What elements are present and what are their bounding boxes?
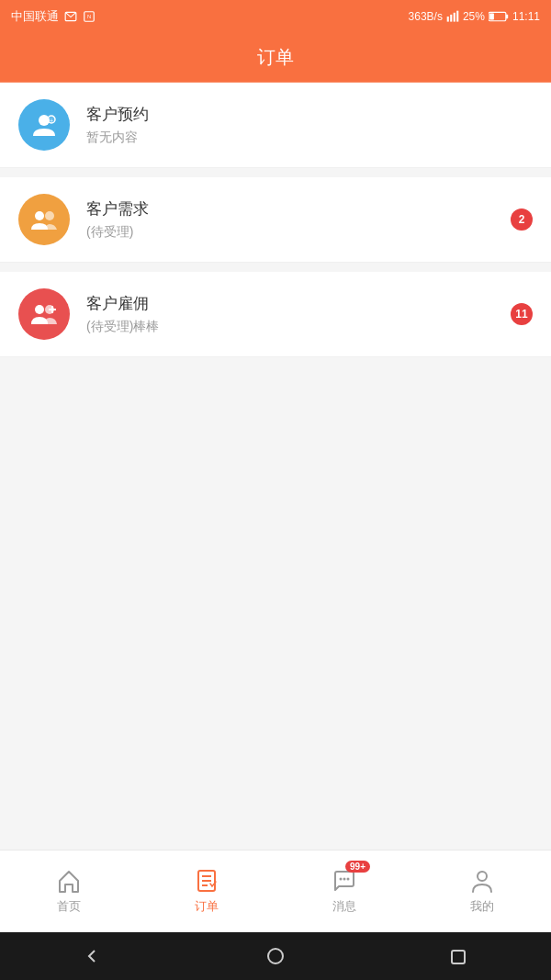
divider-2 bbox=[0, 263, 551, 272]
status-right: 363B/s 25% 11:11 bbox=[409, 10, 540, 23]
svg-point-25 bbox=[347, 878, 350, 881]
hire-badge: 11 bbox=[511, 303, 533, 325]
demand-badge: 2 bbox=[511, 208, 533, 231]
android-bar bbox=[0, 932, 551, 980]
demand-title: 客户需求 bbox=[86, 198, 533, 220]
order-icon-wrap bbox=[194, 868, 219, 894]
home-icon bbox=[56, 868, 82, 894]
list-item-demand[interactable]: 客户需求 (待受理) 2 bbox=[0, 177, 551, 263]
svg-point-14 bbox=[45, 211, 54, 220]
message-nav-icon-wrap: 99+ bbox=[332, 868, 357, 894]
status-left: 中国联通 N bbox=[11, 8, 96, 25]
list-item-reservation[interactable]: + 客户预约 暂无内容 bbox=[0, 83, 551, 168]
reservation-icon-wrap: + bbox=[18, 99, 70, 151]
hire-icon bbox=[29, 299, 59, 329]
carrier-text: 中国联通 bbox=[11, 8, 59, 25]
demand-icon bbox=[29, 205, 59, 234]
message-icon bbox=[64, 10, 77, 23]
demand-icon-wrap bbox=[18, 194, 70, 245]
time-text: 11:11 bbox=[512, 10, 540, 23]
nav-item-message[interactable]: 99+ 消息 bbox=[276, 850, 413, 932]
hire-icon-wrap bbox=[18, 288, 70, 340]
home-button[interactable] bbox=[264, 945, 287, 967]
home-label: 首页 bbox=[57, 898, 81, 915]
main-content: + 客户预约 暂无内容 客户需求 (待受理) 2 bbox=[0, 83, 551, 850]
svg-rect-4 bbox=[450, 15, 452, 22]
svg-point-26 bbox=[478, 872, 487, 881]
demand-text: 客户需求 (待受理) bbox=[86, 198, 533, 241]
home-icon-wrap bbox=[56, 868, 82, 894]
nav-item-home[interactable]: 首页 bbox=[0, 850, 138, 932]
order-label: 订单 bbox=[195, 898, 219, 915]
notification-icon: N bbox=[83, 10, 96, 23]
reservation-title: 客户预约 bbox=[86, 104, 533, 125]
demand-subtitle: (待受理) bbox=[86, 224, 533, 241]
app-header: 订单 bbox=[0, 33, 551, 83]
svg-point-24 bbox=[343, 878, 346, 881]
svg-rect-6 bbox=[456, 11, 458, 22]
mine-icon bbox=[469, 868, 495, 894]
svg-point-27 bbox=[268, 949, 283, 963]
status-bar: 中国联通 N 363B/s 25% 11:11 bbox=[0, 0, 551, 33]
message-label: 消息 bbox=[332, 898, 356, 915]
mine-label: 我的 bbox=[470, 898, 494, 915]
divider-1 bbox=[0, 168, 551, 177]
order-icon bbox=[194, 868, 219, 894]
svg-rect-5 bbox=[454, 13, 455, 22]
battery-icon bbox=[489, 11, 509, 22]
bottom-nav: 首页 订单 99+ 消息 bbox=[0, 850, 551, 932]
message-badge: 99+ bbox=[345, 861, 370, 873]
nav-item-mine[interactable]: 我的 bbox=[413, 850, 551, 932]
svg-point-15 bbox=[35, 305, 44, 314]
hire-text: 客户雇佣 (待受理)棒棒 bbox=[86, 293, 533, 335]
reservation-subtitle: 暂无内容 bbox=[86, 130, 533, 146]
mine-icon-wrap bbox=[469, 868, 495, 894]
reservation-icon: + bbox=[29, 110, 59, 140]
signal-icon bbox=[446, 10, 459, 23]
hire-subtitle: (待受理)棒棒 bbox=[86, 319, 533, 335]
svg-rect-9 bbox=[489, 13, 494, 19]
back-button[interactable] bbox=[81, 945, 103, 967]
list-item-hire[interactable]: 客户雇佣 (待受理)棒棒 11 bbox=[0, 272, 551, 357]
svg-text:N: N bbox=[87, 14, 91, 19]
svg-text:+: + bbox=[50, 118, 53, 124]
battery-text: 25% bbox=[463, 10, 485, 23]
recents-button[interactable] bbox=[448, 945, 470, 967]
network-speed: 363B/s bbox=[409, 10, 443, 23]
svg-rect-3 bbox=[447, 17, 449, 22]
nav-item-order[interactable]: 订单 bbox=[138, 850, 276, 932]
svg-rect-28 bbox=[452, 951, 465, 963]
page-title: 订单 bbox=[257, 45, 294, 70]
reservation-text: 客户预约 暂无内容 bbox=[86, 104, 533, 146]
svg-point-23 bbox=[340, 878, 343, 881]
hire-title: 客户雇佣 bbox=[86, 293, 533, 314]
svg-rect-8 bbox=[506, 15, 508, 19]
svg-point-13 bbox=[35, 211, 44, 220]
